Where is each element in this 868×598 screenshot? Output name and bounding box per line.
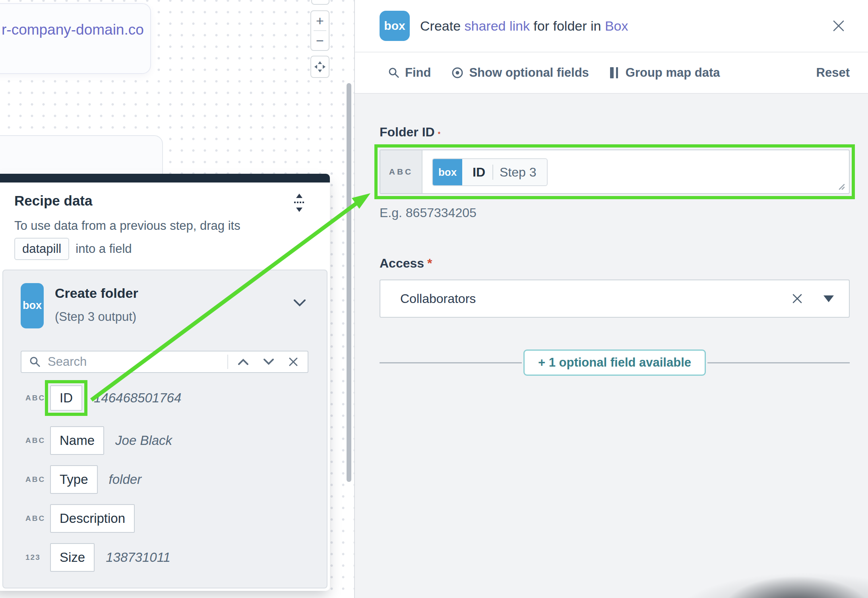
datapill-type-badge: ABC xyxy=(25,514,50,523)
circle-dot-icon xyxy=(451,67,463,79)
field-type-prefix: ABC xyxy=(380,150,422,193)
canvas-node-domain-text: r-company-domain.co xyxy=(2,21,144,38)
recipe-data-titlebar[interactable] xyxy=(0,174,330,183)
mapped-datapill-id[interactable]: box ID Step 3 xyxy=(432,158,548,186)
collapse-step-button[interactable] xyxy=(293,299,306,307)
zoom-controls: + − xyxy=(310,10,329,51)
datapill-size[interactable]: Size xyxy=(50,543,95,572)
group-bars-icon xyxy=(610,66,620,79)
close-icon xyxy=(792,293,803,304)
action-link[interactable]: shared link xyxy=(465,18,530,33)
folder-id-input[interactable]: ABC box ID Step 3 xyxy=(380,150,850,194)
canvas-scrollbar[interactable] xyxy=(347,83,351,482)
datapill-row-size: 123 Size 138731011 xyxy=(21,543,308,572)
datapill-type-badge: 123 xyxy=(25,553,50,562)
optional-fields-button[interactable]: + 1 optional field available xyxy=(523,349,706,376)
datapill-type[interactable]: Type xyxy=(50,465,98,494)
optional-divider-right xyxy=(707,362,850,363)
datapill-description[interactable]: Description xyxy=(50,504,135,533)
datapill-row-description: ABC Description xyxy=(21,504,308,533)
step-output-panel: box Create folder (Step 3 output) xyxy=(2,270,327,588)
datapill-sample-value: 138731011 xyxy=(106,550,170,565)
chevron-down-icon[interactable] xyxy=(823,295,834,302)
four-arrows-icon xyxy=(314,60,326,73)
search-icon xyxy=(388,67,399,78)
access-label: Access* xyxy=(380,256,850,271)
annotation-highlight-folder-id-field: ABC box ID Step 3 xyxy=(374,144,855,199)
recipe-data-hint-line2: into a field xyxy=(76,242,132,256)
app-link[interactable]: Box xyxy=(605,18,628,33)
close-icon xyxy=(832,19,845,32)
zoom-out-button[interactable]: − xyxy=(311,31,329,50)
box-app-icon: box xyxy=(21,283,44,328)
panel-header: box Create shared link for folder in Box xyxy=(355,0,868,52)
close-icon xyxy=(289,357,298,367)
show-optional-fields-button[interactable]: Show optional fields xyxy=(451,66,589,80)
folder-id-label: Folder ID* xyxy=(380,125,850,140)
datapill-sample-value: 146468501764 xyxy=(94,390,181,406)
datapill-id[interactable]: ID xyxy=(50,385,82,411)
datapill-sample-value: Joe Black xyxy=(115,433,172,448)
drag-handle-icon[interactable] xyxy=(293,194,305,213)
chevron-up-icon xyxy=(238,358,249,365)
required-asterisk: * xyxy=(427,256,432,270)
bottom-panel-shadow xyxy=(645,530,868,598)
chevron-down-icon xyxy=(293,299,306,307)
search-icon xyxy=(29,356,41,367)
recipe-data-panel: Recipe data To use data from a previous … xyxy=(0,174,330,591)
search-placeholder: Search xyxy=(48,355,225,369)
panel-title: Create shared link for folder in Box xyxy=(420,18,628,34)
datapill-row-id: ABC ID 146468501764 xyxy=(21,380,308,416)
datapill-name[interactable]: Name xyxy=(50,426,104,455)
access-select[interactable]: Collaborators xyxy=(380,280,850,318)
recipe-data-title: Recipe data xyxy=(14,193,92,209)
recipe-data-hint-line1: To use data from a previous step, drag i… xyxy=(14,218,314,234)
panel-toolbar: Find Show optional fields Group map data… xyxy=(355,52,868,94)
recipe-canvas[interactable]: r-company-domain.co + − Recipe data xyxy=(0,0,354,598)
reset-button[interactable]: Reset xyxy=(816,66,850,80)
datapill-sample-value: folder xyxy=(109,472,142,487)
group-map-data-button[interactable]: Group map data xyxy=(610,66,720,80)
datapill-row-name: ABC Name Joe Black xyxy=(21,426,308,455)
required-asterisk: * xyxy=(438,131,440,138)
datapill-type-badge: ABC xyxy=(25,436,50,445)
resize-handle-icon[interactable] xyxy=(835,181,845,190)
box-app-icon: box xyxy=(380,11,410,41)
canvas-extra-button[interactable] xyxy=(311,0,329,5)
optional-divider-left xyxy=(380,362,522,363)
step-title: Create folder xyxy=(55,285,138,301)
close-panel-button[interactable] xyxy=(829,16,848,35)
datapill-chip: datapill xyxy=(14,238,69,260)
step-subtitle: (Step 3 output) xyxy=(55,310,138,324)
chevron-down-icon xyxy=(263,358,274,365)
search-divider xyxy=(227,355,228,369)
datapill-search[interactable]: Search xyxy=(21,351,308,373)
access-selected-value: Collaborators xyxy=(400,291,476,306)
action-config-panel: box Create shared link for folder in Box… xyxy=(354,0,868,598)
datapill-type-badge: ABC xyxy=(25,475,50,484)
zoom-in-button[interactable]: + xyxy=(311,11,329,30)
search-next-button[interactable] xyxy=(256,358,281,365)
clear-selection-button[interactable] xyxy=(789,291,805,307)
pan-button[interactable] xyxy=(310,56,329,78)
datapill-row-type: ABC Type folder xyxy=(21,465,308,494)
canvas-node-domain[interactable]: r-company-domain.co xyxy=(0,3,151,74)
folder-id-hint: E.g. 8657334205 xyxy=(380,206,850,220)
annotation-highlight-id-pill: ID xyxy=(45,380,87,416)
folder-id-field-area[interactable]: box ID Step 3 xyxy=(422,150,849,193)
box-app-icon: box xyxy=(433,159,462,185)
find-button[interactable]: Find xyxy=(388,66,431,80)
search-prev-button[interactable] xyxy=(231,358,256,365)
search-clear-button[interactable] xyxy=(281,357,300,367)
